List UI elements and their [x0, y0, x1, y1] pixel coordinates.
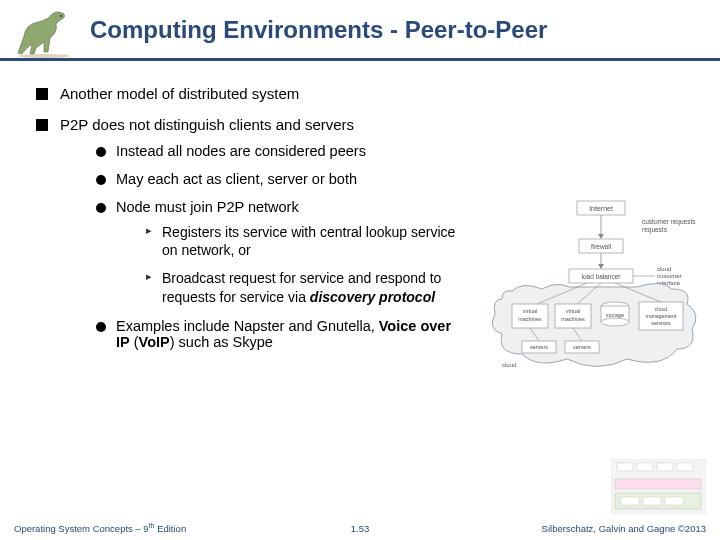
ex-d: VoIP	[139, 334, 170, 350]
label-internet: Internet	[589, 205, 613, 212]
bullet-register: Registers its service with central looku…	[146, 223, 456, 259]
bullet-join: Node must join P2P network Registers its…	[96, 199, 456, 306]
sub-list-1: Instead all nodes are considered peers M…	[60, 143, 456, 350]
svg-marker-4	[598, 234, 604, 239]
svg-text:services: services	[651, 320, 671, 326]
bullet-client-server: May each act as client, server or both	[96, 171, 456, 187]
bullet-join-text: Node must join P2P network	[116, 199, 299, 215]
svg-text:machines: machines	[518, 316, 542, 322]
footer-left-a: Operating System Concepts – 9	[14, 523, 149, 534]
svg-rect-37	[677, 463, 693, 471]
footer-right: Silberschatz, Galvin and Gagne ©2013	[542, 523, 706, 534]
bullet-list-container: Another model of distributed system P2P …	[36, 85, 456, 350]
svg-text:cloud: cloud	[655, 306, 668, 312]
slide: Computing Environments - Peer-to-Peer An…	[0, 0, 720, 540]
svg-rect-38	[615, 479, 701, 489]
label-custreq: customer requests	[642, 218, 696, 226]
footer-left-b: Edition	[155, 523, 187, 534]
bullet-broadcast: Broadcast request for service and respon…	[146, 269, 456, 305]
label-cloudif: cloud	[657, 266, 671, 272]
svg-rect-34	[617, 463, 633, 471]
label-lb: load balancer	[581, 273, 621, 280]
ex-e: ) such as Skype	[170, 334, 273, 350]
bullet-broadcast-b: discovery protocol	[310, 289, 435, 305]
svg-text:machines: machines	[561, 316, 585, 322]
svg-text:customer: customer	[657, 273, 682, 279]
bullet-p2p: P2P does not distinguish clients and ser…	[36, 116, 456, 350]
svg-rect-41	[643, 497, 661, 505]
svg-text:management: management	[646, 313, 677, 319]
svg-text:requests: requests	[642, 226, 668, 234]
svg-point-21	[601, 318, 629, 326]
svg-text:virtual: virtual	[523, 308, 538, 314]
label-cloud: cloud	[502, 362, 516, 368]
bullet-p2p-text: P2P does not distinguish clients and ser…	[60, 116, 354, 133]
label-firewall: firewall	[591, 243, 612, 250]
label-servers1: servers	[530, 344, 548, 350]
svg-rect-40	[621, 497, 639, 505]
slide-header: Computing Environments - Peer-to-Peer	[0, 0, 720, 61]
svg-text:virtual: virtual	[566, 308, 581, 314]
mini-preview-icon	[611, 459, 706, 514]
top-list: Another model of distributed system P2P …	[36, 85, 456, 350]
ex-c: (	[130, 334, 139, 350]
label-storage: storage	[606, 312, 624, 318]
svg-point-1	[18, 54, 70, 58]
slide-content: Another model of distributed system P2P …	[0, 67, 720, 350]
sub-list-2: Registers its service with central looku…	[116, 223, 456, 306]
slide-title: Computing Environments - Peer-to-Peer	[90, 16, 547, 50]
label-servers2: servers	[573, 344, 591, 350]
svg-point-0	[60, 15, 62, 17]
bullet-examples: Examples include Napster and Gnutella, V…	[96, 318, 456, 350]
slide-footer: Operating System Concepts – 9th Edition …	[0, 522, 720, 534]
svg-rect-42	[665, 497, 683, 505]
footer-page-number: 1.53	[351, 523, 370, 534]
ex-a: Examples include Napster and Gnutella,	[116, 318, 379, 334]
dinosaur-logo-icon	[8, 8, 80, 58]
footer-left: Operating System Concepts – 9th Edition	[14, 522, 186, 534]
bullet-distributed: Another model of distributed system	[36, 85, 456, 102]
bullet-peers: Instead all nodes are considered peers	[96, 143, 456, 159]
svg-marker-8	[598, 264, 604, 269]
cloud-diagram: Internet customer requests requests fire…	[487, 199, 702, 399]
svg-rect-36	[657, 463, 673, 471]
svg-rect-35	[637, 463, 653, 471]
